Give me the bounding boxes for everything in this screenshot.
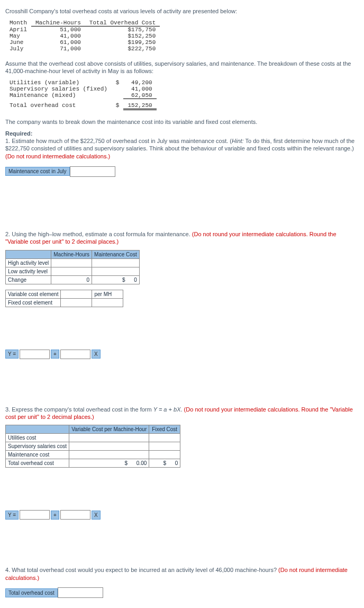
input[interactable] (51, 267, 92, 275)
input[interactable] (149, 451, 180, 459)
q3-h2: Fixed Cost (149, 425, 180, 434)
maintenance-july-label: Maintenance cost in July (5, 167, 70, 176)
maintenance-july-input[interactable] (70, 166, 115, 177)
q3-formula: Y = a + bX (153, 406, 181, 413)
r: July (5, 46, 31, 52)
r: Utilities cost (6, 434, 69, 442)
r: 71,000 (31, 46, 85, 52)
q3-h1: Variable Cost per Machine-Hour (69, 425, 149, 434)
q2-pre: 2. Using the high–low method, estimate a… (5, 231, 192, 237)
input[interactable] (92, 258, 140, 267)
r: Total overhead cost (6, 459, 69, 468)
q2-text: 2. Using the high–low method, estimate a… (5, 230, 359, 246)
total-value: 152,250 (123, 102, 156, 110)
r: April (5, 26, 31, 33)
r: Utilities (variable) (5, 79, 112, 86)
total-vc: $ 0.00 (69, 459, 149, 468)
r: $ (112, 102, 124, 110)
formula-a-input[interactable] (20, 350, 50, 359)
r: $222,750 (85, 46, 160, 52)
total-fc: $ 0 (149, 459, 180, 468)
breakdown-table: Utilities (variable)$49,200 Supervisory … (5, 79, 157, 110)
r: 61,000 (31, 39, 85, 46)
q1-text: Required: 1. Estimate how much of the $2… (5, 130, 359, 160)
q2-table2: Variable cost elementper MH Fixed cost e… (5, 290, 123, 307)
q4-text: 4. What total overhead cost would you ex… (5, 566, 359, 582)
break-text: The company wants to break down the main… (5, 118, 359, 126)
input[interactable] (69, 442, 149, 451)
th-cost: Total Overhead Cost (85, 20, 160, 26)
q2-h2: Maintenance Cost (92, 250, 140, 258)
y-equals: Y = (5, 511, 19, 520)
plus: + (51, 511, 59, 520)
input[interactable] (51, 258, 92, 267)
intro-text: Crosshill Company's total overhead costs… (5, 8, 359, 14)
q2-h1: Machine-Hours (51, 250, 92, 258)
r (112, 92, 124, 99)
r: 51,000 (31, 26, 85, 33)
change-mh: 0 (51, 275, 92, 284)
r: 41,000 (31, 33, 85, 39)
q2-table: Machine-Hours Maintenance Cost High acti… (5, 250, 140, 284)
hint: Hint: (232, 138, 244, 144)
plus: + (51, 350, 59, 359)
r: High activity level (6, 258, 51, 267)
required-label: Required: (5, 130, 32, 137)
x-label: X (92, 511, 101, 520)
r: Low activity level (6, 267, 51, 275)
input[interactable] (149, 434, 180, 442)
r: Supervisory salaries (fixed) (5, 86, 112, 92)
th-mh: Machine-Hours (31, 20, 85, 26)
q3-table: Variable Cost per Machine-Hour Fixed Cos… (5, 425, 180, 468)
y-equals: Y = (5, 350, 19, 359)
r: Fixed cost element (6, 298, 61, 307)
q3-pre: 3. Express the company's total overhead … (5, 406, 153, 413)
r: $ (112, 79, 124, 86)
r: 49,200 (123, 79, 156, 86)
r: 41,000 (123, 86, 156, 92)
total-overhead-input[interactable] (58, 587, 103, 598)
input[interactable] (61, 298, 92, 307)
x-label: X (92, 350, 101, 359)
r: 62,050 (123, 92, 156, 99)
input[interactable] (69, 434, 149, 442)
q1-pre: 1. Estimate how much of the $222,750 of … (5, 138, 232, 144)
overhead-table: Month Machine-Hours Total Overhead Cost … (5, 20, 160, 52)
formula-b-input[interactable] (60, 350, 90, 359)
r: $152,250 (85, 33, 160, 39)
formula-b-input[interactable] (60, 510, 90, 520)
r (112, 86, 124, 92)
q3-formula-row: Y = + X (5, 510, 359, 520)
total-label: Total overhead cost (5, 102, 112, 110)
assume-text: Assume that the overhead cost above cons… (5, 60, 359, 75)
r: Supervisory salaries cost (6, 442, 69, 451)
q3-text: 3. Express the company's total overhead … (5, 406, 359, 421)
r: Variable cost element (6, 290, 61, 298)
r: May (5, 33, 31, 39)
total-overhead-label: Total overhead cost (5, 588, 58, 597)
r: Maintenance cost (6, 451, 69, 459)
r: Maintenance (mixed) (5, 92, 112, 99)
input[interactable] (149, 442, 180, 451)
q4-pre: 4. What total overhead cost would you ex… (5, 567, 278, 573)
input[interactable] (61, 290, 92, 298)
r: Change (6, 275, 51, 284)
q1-red: (Do not round intermediate calculations.… (5, 153, 110, 159)
r: June (5, 39, 31, 46)
change-cost: $ 0 (92, 275, 140, 284)
per-mh: per MH (92, 290, 123, 298)
formula-a-input[interactable] (20, 510, 50, 520)
r: $175,750 (85, 26, 160, 33)
th-month: Month (5, 20, 31, 26)
input[interactable] (69, 451, 149, 459)
r: $199,250 (85, 39, 160, 46)
input[interactable] (92, 267, 140, 275)
q2-formula: Y = + X (5, 350, 359, 359)
